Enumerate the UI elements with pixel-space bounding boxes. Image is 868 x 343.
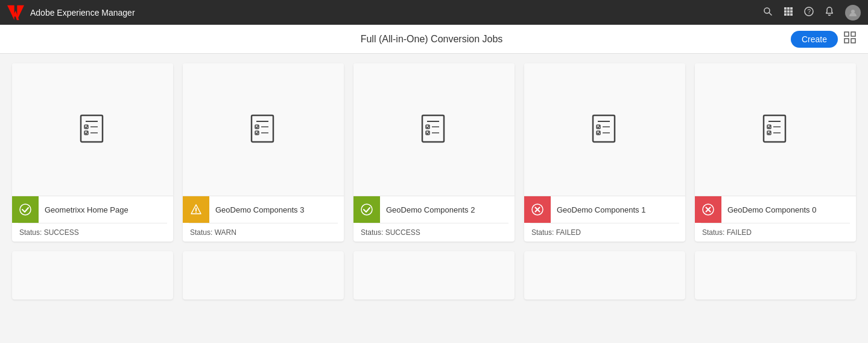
empty-card-2 [183, 251, 344, 300]
search-icon[interactable] [763, 7, 773, 19]
subheader: Full (All-in-One) Conversion Jobs Create [0, 25, 868, 54]
svg-rect-17 [851, 39, 855, 43]
svg-point-24 [20, 204, 31, 215]
cards-grid: Geometrixx Home Page Status: SUCCESS Geo… [12, 63, 856, 300]
svg-rect-40 [593, 115, 615, 142]
svg-point-32 [195, 212, 197, 213]
card-thumbnail [353, 63, 515, 196]
card-status-text: Status: WARN [183, 223, 344, 242]
svg-rect-7 [790, 10, 793, 13]
svg-rect-8 [784, 13, 787, 16]
topnav-left: Adobe Experience Manager [7, 4, 135, 21]
card-name: GeoDemo Components 0 [721, 205, 822, 214]
card-label-row: GeoDemo Components 1 [524, 196, 685, 223]
card-name: Geometrixx Home Page [39, 205, 135, 214]
job-icon [247, 112, 280, 148]
subheader-right: Create [791, 31, 856, 48]
status-badge [183, 196, 209, 223]
svg-rect-10 [790, 13, 793, 16]
empty-card-5 [695, 251, 856, 300]
grid-view-icon[interactable] [844, 31, 856, 46]
card-thumbnail [695, 63, 856, 196]
status-badge [524, 196, 551, 223]
card-status-text: Status: SUCCESS [353, 223, 515, 242]
svg-text:?: ? [808, 8, 811, 15]
empty-card-1 [12, 251, 173, 300]
card-label-row: GeoDemo Components 2 [353, 196, 515, 223]
card-status-text: Status: FAILED [695, 223, 856, 242]
job-card-3[interactable]: GeoDemo Components 2 Status: SUCCESS [353, 63, 515, 242]
svg-rect-16 [844, 39, 849, 43]
svg-rect-18 [81, 115, 103, 142]
svg-line-1 [769, 13, 771, 15]
card-thumbnail [524, 63, 685, 196]
apps-icon[interactable] [784, 7, 793, 19]
create-button[interactable]: Create [791, 31, 838, 48]
job-icon [417, 112, 451, 148]
status-badge [695, 196, 721, 223]
svg-rect-3 [787, 7, 790, 10]
card-name: GeoDemo Components 1 [551, 205, 651, 214]
svg-rect-5 [784, 10, 787, 13]
svg-rect-6 [787, 10, 790, 13]
page-title: Full (All-in-One) Conversion Jobs [72, 34, 791, 45]
svg-rect-15 [851, 32, 855, 36]
job-icon [759, 112, 793, 148]
empty-card-3 [353, 251, 515, 300]
card-name: GeoDemo Components 2 [380, 205, 481, 214]
svg-rect-14 [844, 32, 849, 36]
card-status-text: Status: SUCCESS [12, 223, 173, 242]
svg-rect-33 [422, 115, 444, 142]
job-icon [588, 112, 622, 148]
adobe-logo[interactable] [7, 4, 24, 21]
empty-card-4 [524, 251, 685, 300]
svg-rect-49 [764, 115, 785, 142]
card-thumbnail [12, 63, 173, 196]
job-icon [76, 112, 110, 148]
svg-point-39 [361, 204, 372, 215]
topnav-right: ? [763, 5, 861, 21]
card-status-text: Status: FAILED [524, 223, 685, 242]
svg-rect-4 [790, 7, 793, 10]
bell-icon[interactable] [825, 7, 834, 19]
job-card-1[interactable]: Geometrixx Home Page Status: SUCCESS [12, 63, 173, 242]
app-title: Adobe Experience Manager [30, 8, 135, 18]
card-name: GeoDemo Components 3 [209, 205, 310, 214]
top-navigation: Adobe Experience Manager ? [0, 0, 868, 25]
svg-rect-25 [252, 115, 273, 142]
main-content: Geometrixx Home Page Status: SUCCESS Geo… [0, 54, 868, 309]
card-label-row: Geometrixx Home Page [12, 196, 173, 223]
help-icon[interactable]: ? [804, 7, 814, 19]
status-badge [12, 196, 39, 223]
user-avatar[interactable] [845, 5, 861, 21]
job-card-2[interactable]: GeoDemo Components 3 Status: WARN [183, 63, 344, 242]
card-label-row: GeoDemo Components 3 [183, 196, 344, 223]
job-card-5[interactable]: GeoDemo Components 0 Status: FAILED [695, 63, 856, 242]
status-badge [353, 196, 380, 223]
svg-rect-9 [787, 13, 790, 16]
svg-rect-2 [784, 7, 787, 10]
card-label-row: GeoDemo Components 0 [695, 196, 856, 223]
job-card-4[interactable]: GeoDemo Components 1 Status: FAILED [524, 63, 685, 242]
card-thumbnail [183, 63, 344, 196]
